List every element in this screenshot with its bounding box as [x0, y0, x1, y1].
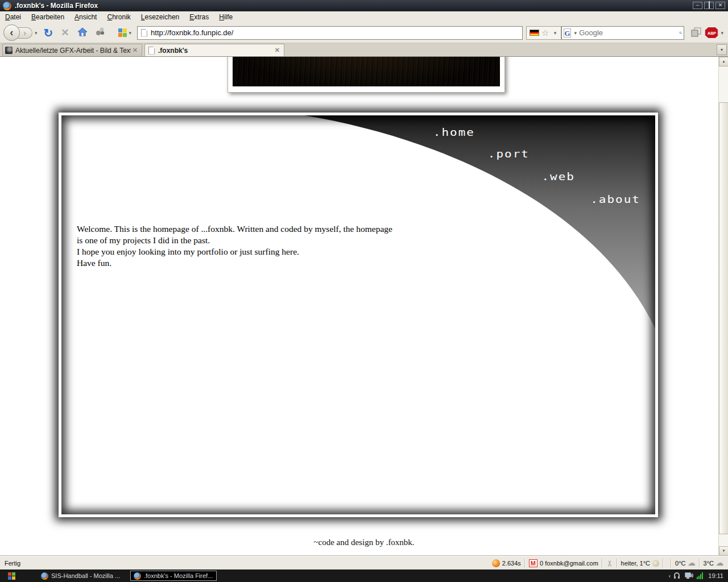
os-taskbar: SIS-Handball - Mozilla ... .foxnbk's - M… [0, 569, 728, 582]
page-footer-credit: ~code and design by .foxnbk. [0, 538, 728, 547]
taskbar-button-label: .foxnbk's - Mozilla Firef... [144, 572, 213, 579]
menu-datei[interactable]: Datei [0, 12, 26, 22]
welcome-paragraph: Welcome. This is the homepage of ...foxn… [77, 223, 395, 246]
vertical-scrollbar[interactable]: ▲ ▼ [718, 57, 728, 556]
nav-web-link[interactable]: .web [541, 171, 575, 182]
stop-button[interactable]: ✕ [61, 27, 69, 39]
overlapping-windows-icon [690, 27, 702, 37]
location-extras: ☆ ▾ [526, 26, 561, 40]
cloud-icon: ☁ [688, 559, 696, 567]
header-banner [228, 57, 505, 93]
minimize-button[interactable]: – [693, 2, 702, 9]
browser-window: .foxnbk's - Mozilla Firefox – ✕ Datei Be… [0, 0, 728, 582]
welcome-paragraph: Have fun. [77, 257, 395, 269]
tab2-close-icon[interactable]: ✕ [273, 47, 282, 54]
weather-low-widget[interactable]: 0°C ☁ [675, 559, 695, 567]
search-icon[interactable] [679, 28, 682, 38]
reload-button[interactable]: ↻ [44, 26, 53, 40]
separator [524, 559, 526, 568]
tray-clock: 19:11 [708, 572, 723, 579]
scroll-down-button[interactable]: ▼ [719, 546, 728, 556]
navigation-toolbar: ‹ › ▾ ↻ ✕ ▾ ☆ [0, 23, 728, 43]
moon-icon [652, 560, 659, 567]
bookmark-dropdown-icon[interactable]: ▾ [552, 30, 559, 36]
menu-ansicht[interactable]: Ansicht [69, 12, 102, 22]
close-button[interactable]: ✕ [715, 2, 725, 9]
menu-lesezeichen[interactable]: Lesezeichen [136, 12, 184, 22]
tray-collapse-icon[interactable]: ‹ [669, 572, 671, 579]
tab2-favicon [148, 47, 155, 55]
quicklaunch-dropdown-icon[interactable]: ▾ [127, 30, 134, 36]
content-box: .home .port .web .about Welcome. This is… [59, 113, 658, 517]
search-engine-dropdown-icon[interactable]: ▾ [572, 30, 580, 36]
tab-foxnbk[interactable]: .foxnbk's ✕ [144, 44, 284, 56]
tab1-close-icon[interactable]: ✕ [131, 47, 139, 54]
tab2-title: .foxnbk's [158, 47, 273, 55]
taskbar-button-sis-handball[interactable]: SIS-Handball - Mozilla ... [38, 571, 125, 581]
orange-square-icon [118, 33, 122, 37]
tray-headset-icon[interactable] [673, 572, 682, 579]
nav-about-link[interactable]: .about [590, 194, 640, 205]
separator [699, 559, 700, 568]
welcome-text: Welcome. This is the homepage of ...foxn… [77, 223, 395, 269]
search-bar: G ▾ [561, 26, 684, 40]
tab1-favicon [5, 47, 13, 54]
nav-port-link[interactable]: .port [488, 148, 530, 160]
welcome-paragraph: I hope you enjoy looking into my portfol… [77, 246, 395, 257]
menu-hilfe[interactable]: Hilfe [214, 12, 238, 22]
nav-home-link[interactable]: .home [433, 127, 475, 138]
quicklaunch-button[interactable] [118, 28, 127, 37]
adblock-plus-button[interactable]: ABP [705, 27, 718, 39]
weather-current: heiter, 1°C [621, 560, 650, 567]
german-flag-icon[interactable] [530, 30, 539, 36]
tab-bar: Aktuelle/letzte GFX-Arbeit - Bild & Text… [0, 43, 728, 57]
search-input[interactable] [579, 28, 679, 37]
history-dropdown-icon[interactable]: ▾ [32, 30, 40, 36]
gmail-account: 0 foxnbk@gmail.com [540, 560, 598, 567]
menu-chronik[interactable]: Chronik [102, 12, 135, 22]
tray-network-meter-icon[interactable] [697, 572, 703, 579]
firefox-icon [134, 572, 141, 580]
google-engine-icon[interactable]: G [564, 28, 570, 38]
fasterfox-widget[interactable]: 2.634s [492, 559, 521, 567]
green-square-icon [123, 33, 127, 37]
temp-low: 0°C [675, 560, 685, 567]
firefox-icon [41, 572, 48, 580]
scrollbar-thumb[interactable] [719, 102, 728, 534]
session-restart-button[interactable] [690, 27, 702, 39]
gmail-icon: M [529, 559, 537, 567]
load-time: 2.634s [502, 560, 521, 567]
temp-high: 3°C [704, 560, 714, 567]
gmail-widget[interactable]: M 0 foxnbk@gmail.com [529, 559, 598, 567]
bookmark-star-icon[interactable]: ☆ [541, 28, 549, 38]
weather-high-widget[interactable]: 3°C ☁ [704, 559, 723, 567]
restore-icon [709, 1, 710, 9]
tray-monitor-volume-icon[interactable] [685, 572, 694, 580]
system-tray: ‹ 19:11 [669, 572, 723, 580]
taskbar-button-foxnbk[interactable]: .foxnbk's - Mozilla Firef... [130, 571, 217, 581]
window-title: .foxnbk's - Mozilla Firefox [15, 2, 98, 10]
weather-current-widget[interactable]: heiter, 1°C [621, 560, 659, 567]
start-blue-square-icon [8, 576, 11, 580]
adblock-dropdown-icon[interactable]: ▾ [718, 30, 726, 36]
restore-button[interactable] [704, 2, 714, 9]
separator [602, 559, 603, 568]
banner-photo [233, 57, 500, 86]
back-button[interactable]: ‹ [3, 24, 20, 41]
taskbar-button-label: SIS-Handball - Mozilla ... [51, 572, 120, 579]
start-button[interactable] [8, 572, 15, 580]
list-all-tabs-button[interactable]: ▾ [717, 44, 727, 55]
home-button[interactable] [77, 27, 88, 39]
scissors-icon[interactable]: ✂ [605, 560, 614, 567]
proxy-button[interactable] [96, 27, 105, 38]
firefox-icon [3, 2, 11, 10]
menu-bearbeiten[interactable]: Bearbeiten [26, 12, 69, 22]
home-icon [77, 27, 88, 36]
status-bar: Fertig 2.634s M 0 foxnbk@gmail.com ✂ hei… [0, 556, 728, 569]
menu-extras[interactable]: Extras [184, 12, 214, 22]
start-yellow-square-icon [12, 576, 15, 580]
cloud-icon: ☁ [716, 559, 723, 567]
tab-gfx-arbeit[interactable]: Aktuelle/letzte GFX-Arbeit - Bild & Text… [2, 44, 142, 56]
url-input[interactable] [151, 28, 522, 37]
scroll-up-button[interactable]: ▲ [719, 57, 728, 66]
